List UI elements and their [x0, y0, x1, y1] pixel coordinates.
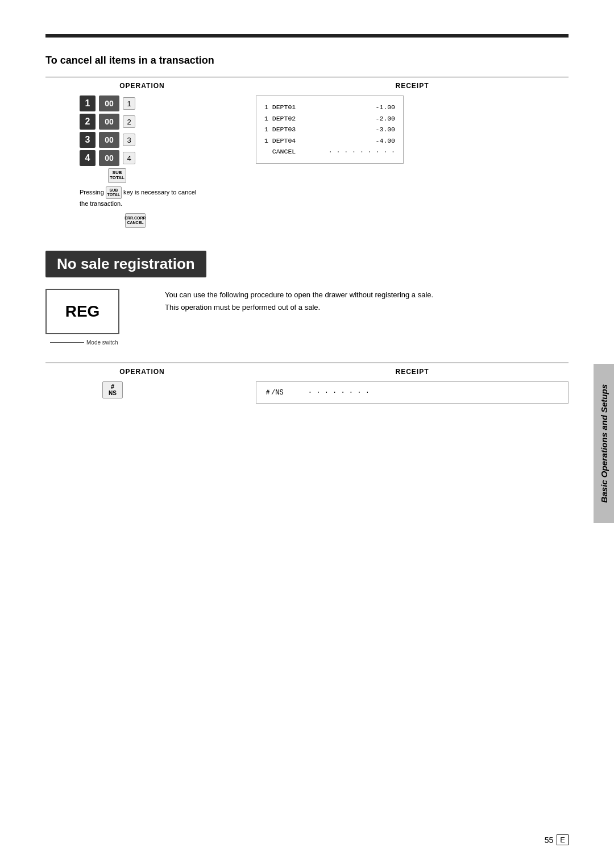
page-number: 55 E: [545, 834, 569, 845]
mode-switch-label: Mode switch: [86, 339, 118, 346]
hash-ns-key-top: #: [111, 383, 114, 390]
receipt-line-4-dept: 1 DEPT04: [264, 135, 296, 147]
hash-ns-key-bottom: NS: [109, 390, 117, 396]
side-tab: Basic Operations and Setups: [594, 364, 614, 523]
receipt-box: 1 DEPT01 -1.00 1 DEPT02 -2.00 1 DEPT03 -…: [256, 95, 404, 164]
page-letter-box: E: [557, 834, 569, 845]
key-small-1[interactable]: 1: [123, 97, 135, 110]
operation-receipt-table: OPERATION 1 00 1 2 00 2 3 00 3: [45, 77, 569, 230]
receipt-line-1-dept: 1 DEPT01: [264, 102, 296, 113]
key-3[interactable]: 3: [80, 132, 96, 148]
no-sale-receipt-header: RECEIPT: [256, 368, 569, 376]
mode-switch-line: [50, 342, 84, 343]
receipt-line-3-amount: -3.00: [375, 124, 395, 135]
receipt-line-3: 1 DEPT03 -3.00: [264, 124, 395, 135]
key-00-3[interactable]: 00: [99, 132, 119, 148]
no-sale-desc-line1: You can use the following procedure to o…: [165, 289, 569, 301]
key-small-3[interactable]: 3: [123, 134, 135, 146]
key-00-4[interactable]: 00: [99, 150, 119, 166]
pressing-note: Pressing SUBTOTAL key is necessary to ca…: [45, 186, 239, 209]
receipt-line-4-amount: -4.00: [375, 135, 395, 147]
key-00-1[interactable]: 00: [99, 95, 119, 111]
receipt-header: RECEIPT: [256, 82, 569, 90]
no-sale-title: No sale registration: [45, 251, 206, 277]
reg-label: REG: [65, 304, 100, 319]
no-sale-desc-line2: This operation must be performed out of …: [165, 301, 569, 314]
ns-receipt-box: ＃/NS · · · · · · · ·: [256, 381, 569, 404]
reg-box-wrapper: REG Mode switch: [45, 289, 136, 334]
reg-box: REG: [45, 289, 119, 334]
sub-total-row: SUBTOTAL: [45, 168, 239, 183]
operation-column: OPERATION 1 00 1 2 00 2 3 00 3: [45, 77, 239, 230]
key-row-3: 3 00 3: [45, 132, 239, 148]
no-sale-description: You can use the following procedure to o…: [165, 289, 569, 314]
err-corr-key[interactable]: ERR.CORRCANCEL: [125, 213, 146, 228]
hash-ns-key[interactable]: # NS: [102, 381, 123, 398]
receipt-line-1-amount: -1.00: [375, 102, 395, 113]
pressing-note-text: Pressing: [80, 189, 106, 196]
key-row-2: 2 00 2: [45, 114, 239, 130]
mode-switch-wrapper: Mode switch: [50, 339, 118, 346]
cancel-section-title: To cancel all items in a transaction: [45, 55, 569, 67]
no-sale-operation-column: OPERATION # NS: [45, 363, 239, 404]
key-row-4: 4 00 4: [45, 150, 239, 166]
side-tab-text: Basic Operations and Setups: [599, 384, 609, 502]
ns-receipt-line: ＃/NS · · · · · · · ·: [264, 388, 560, 397]
receipt-line-2: 1 DEPT02 -2.00: [264, 113, 395, 124]
pressing-sub-total-key: SUBTOTAL: [106, 186, 122, 199]
receipt-line-4: 1 DEPT04 -4.00: [264, 135, 395, 147]
ns-receipt-dots: · · · · · · · ·: [308, 389, 370, 397]
operation-header: OPERATION: [45, 82, 239, 90]
key-2[interactable]: 2: [80, 114, 96, 130]
key-row-1: 1 00 1: [45, 95, 239, 111]
ns-key-row: # NS: [45, 381, 239, 398]
err-corr-row: ERR.CORRCANCEL: [45, 213, 239, 228]
no-sale-body: REG Mode switch You can use the followin…: [45, 289, 569, 334]
receipt-line-2-amount: -2.00: [375, 113, 395, 124]
cancel-section: To cancel all items in a transaction OPE…: [45, 55, 569, 230]
no-sale-section: No sale registration REG Mode switch You…: [45, 251, 569, 404]
key-small-2[interactable]: 2: [123, 115, 135, 128]
no-sale-operation-header: OPERATION: [45, 368, 239, 376]
no-sale-table: OPERATION # NS RECEIPT ＃/NS · · · · · · …: [45, 363, 569, 404]
top-border: [45, 34, 569, 38]
page-num-value: 55: [545, 836, 554, 845]
receipt-column: RECEIPT 1 DEPT01 -1.00 1 DEPT02 -2.00 1 …: [239, 77, 569, 230]
receipt-line-3-dept: 1 DEPT03: [264, 124, 296, 135]
key-4[interactable]: 4: [80, 150, 96, 166]
receipt-line-2-dept: 1 DEPT02: [264, 113, 296, 124]
receipt-line-1: 1 DEPT01 -1.00: [264, 102, 395, 113]
no-sale-receipt-column: RECEIPT ＃/NS · · · · · · · ·: [239, 363, 569, 404]
ns-receipt-label: ＃/NS: [264, 389, 284, 397]
sub-total-key[interactable]: SUBTOTAL: [108, 168, 126, 183]
receipt-cancel-line: CANCEL · · · · · · · · ·: [264, 146, 395, 157]
key-00-2[interactable]: 00: [99, 114, 119, 130]
page-container: To cancel all items in a transaction OPE…: [0, 0, 614, 868]
key-small-4[interactable]: 4: [123, 152, 135, 164]
receipt-cancel-dots: · · · · · · · · ·: [329, 146, 395, 157]
key-1[interactable]: 1: [80, 95, 96, 111]
receipt-cancel-label: CANCEL: [264, 146, 296, 157]
